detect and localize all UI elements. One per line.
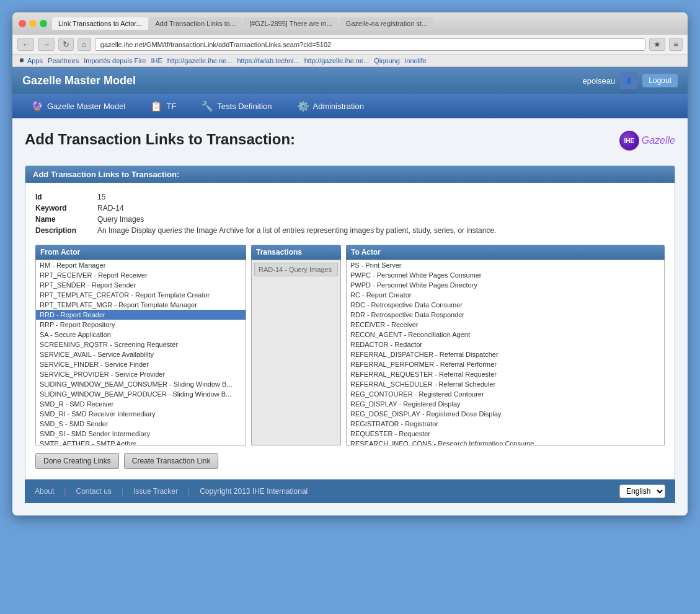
home-button[interactable]: ⌂ (78, 38, 91, 51)
settings-button[interactable]: ≡ (669, 38, 683, 51)
list-item[interactable]: SMD_SI - SMD Sender Intermediary (36, 429, 246, 439)
list-item[interactable]: RPT_SENDER - Report Sender (36, 280, 246, 290)
list-item[interactable]: RESEARCH_INFO_CONS - Research Informatio… (347, 439, 664, 445)
list-item[interactable]: RRP - Report Repository (36, 320, 246, 330)
browser-window: Link Transactions to Actor... Add Transa… (12, 12, 688, 515)
nav-item-tests[interactable]: 🔧 Tests Definition (188, 94, 284, 118)
logout-button[interactable]: Logout (642, 74, 678, 87)
bookmark-innolife[interactable]: innolife (405, 57, 427, 64)
issue-tracker-link[interactable]: Issue Tracker (133, 487, 178, 496)
apps-icon: ◾ (17, 56, 26, 64)
maximize-button[interactable] (40, 20, 47, 27)
list-item[interactable]: RDC - Retrospective Data Consumer (347, 300, 664, 310)
gazelle-logo: IHE Gazelle (619, 131, 675, 151)
tab-0[interactable]: Link Transactions to Actor... (52, 17, 148, 30)
avatar: 👤 (620, 72, 637, 89)
create-transaction-link-button[interactable]: Create Transaction Link (124, 453, 219, 469)
list-item[interactable]: REFERRAL_REQUESTER - Referral Requester (347, 369, 664, 379)
list-item[interactable]: SMD_S - SMD Sender (36, 419, 246, 429)
nav-item-gmm[interactable]: 🔮 Gazelle Master Model (19, 94, 138, 118)
columns-layout: From Actor RM - Report Manager RPT_RECEI… (35, 245, 665, 445)
from-actor-listbox[interactable]: RM - Report Manager RPT_RECEIVER - Repor… (35, 260, 246, 445)
about-link[interactable]: About (35, 487, 54, 496)
tab-1[interactable]: Add Transaction Links to... (149, 17, 242, 30)
bookmark-pearltrees[interactable]: Pearltrees (48, 57, 79, 64)
list-item[interactable]: REGISTRATOR - Registrator (347, 419, 664, 429)
list-item[interactable]: REG_DISPLAY - Registered Display (347, 399, 664, 409)
bookmark-apps[interactable]: ◾ Apps (17, 56, 43, 64)
list-item[interactable]: RDR - Retrospective Data Responder (347, 310, 664, 320)
nav-tf-label: TF (166, 102, 176, 111)
list-item[interactable]: SMTP_AETHER - SMTP Aether (36, 439, 246, 445)
list-item[interactable]: SA - Secure Application (36, 330, 246, 340)
logo-text: Gazelle (642, 135, 675, 146)
contact-link[interactable]: Contact us (76, 487, 111, 496)
nav-item-admin[interactable]: ⚙️ Administration (285, 94, 376, 118)
list-item[interactable]: RECON_AGENT - Reconciliation Agent (347, 330, 664, 340)
list-item[interactable]: REG_DOSE_DISPLAY - Registered Dose Displ… (347, 409, 664, 419)
language-select[interactable]: English (619, 485, 665, 498)
list-item[interactable]: RC - Report Creator (347, 290, 664, 300)
back-button[interactable]: ← (17, 38, 34, 51)
bookmark-qiqoung[interactable]: Qiqoung (374, 57, 400, 64)
list-item[interactable]: REG_CONTOURER - Registered Contourer (347, 389, 664, 399)
tab-2[interactable]: [#GZL-2895] There are m... (243, 17, 339, 30)
tests-icon: 🔧 (201, 100, 213, 112)
bookmark-twlab[interactable]: https://twlab.techni... (237, 57, 299, 64)
list-item[interactable]: SMD_RI - SMD Receiver Intermediary (36, 409, 246, 419)
from-actor-header: From Actor (35, 245, 246, 260)
tab-3[interactable]: Gazelle-na registration st... (340, 17, 433, 30)
minimize-button[interactable] (29, 20, 37, 27)
list-item[interactable]: SCREENING_RQSTR - Screening Requester (36, 340, 246, 349)
list-item[interactable]: RM - Report Manager (36, 260, 246, 270)
keyword-value: RAD-14 (97, 204, 124, 213)
list-item[interactable]: PS - Print Server (347, 260, 664, 270)
list-item-selected[interactable]: RRD - Report Reader (36, 310, 246, 320)
name-value: Query Images (97, 215, 144, 224)
close-button[interactable] (19, 20, 26, 27)
list-item[interactable]: SERVICE_AVAIL - Service Availability (36, 349, 246, 359)
copyright-text: Copyright 2013 IHE International (200, 487, 308, 496)
bookmark-gazelle1[interactable]: http://gazelle.ihe.ne... (167, 57, 233, 64)
list-item[interactable]: SERVICE_FINDER - Service Finder (36, 359, 246, 369)
name-row: Name Query Images (35, 215, 665, 224)
list-item[interactable]: RPT_TEMPLATE_CREATOR - Report Template C… (36, 290, 246, 300)
nav-item-tf[interactable]: 📋 TF (138, 94, 188, 118)
list-item[interactable]: RPT_TEMPLATE_MGR - Report Template Manag… (36, 300, 246, 310)
app-footer: About | Contact us | Issue Tracker | Cop… (25, 480, 675, 503)
bookmark-importe[interactable]: Importés depuis Fire (84, 57, 146, 64)
refresh-button[interactable]: ↻ (58, 38, 74, 51)
bookmark-ihe[interactable]: IHE (151, 57, 162, 64)
list-item[interactable]: SERVICE_PROVIDER - Service Provider (36, 369, 246, 379)
list-item[interactable]: RPT_RECEIVER - Report Receiver (36, 270, 246, 280)
list-item[interactable]: SMD_R - SMD Receiver (36, 399, 246, 409)
main-card: Add Transaction Links to Transaction: Id… (25, 165, 675, 480)
bookmark-gazelle2[interactable]: http://gazelle.ihe.ne... (304, 57, 370, 64)
list-item[interactable]: SLIDING_WINDOW_BEAM_PRODUCER - Sliding W… (36, 389, 246, 399)
page-content: Add Transaction Links to Transaction: IH… (12, 118, 688, 515)
keyword-label: Keyword (35, 204, 97, 213)
list-item[interactable]: SLIDING_WINDOW_BEAM_CONSUMER - Sliding W… (36, 379, 246, 389)
list-item[interactable]: REQUESTER - Requester (347, 429, 664, 439)
keyword-row: Keyword RAD-14 (35, 204, 665, 213)
list-item[interactable]: RECEIVER - Receiver (347, 320, 664, 330)
bookmark-button[interactable]: ★ (649, 38, 665, 51)
list-item[interactable]: REFERRAL_DISPATCHER - Referral Dispatche… (347, 349, 664, 359)
transaction-item[interactable]: RAD-14 - Query Images (254, 263, 338, 276)
forward-button[interactable]: → (38, 38, 55, 51)
list-item[interactable]: REDACTOR - Redactor (347, 340, 664, 349)
app-title: Gazelle Master Model (22, 74, 136, 87)
list-item[interactable]: REFERRAL_PERFORMER - Referral Performer (347, 359, 664, 369)
bookmarks-bar: ◾ Apps Pearltrees Importés depuis Fire I… (12, 55, 688, 67)
url-bar[interactable] (95, 38, 646, 51)
transactions-listbox[interactable]: RAD-14 - Query Images (251, 260, 341, 445)
done-creating-links-button[interactable]: Done Creating Links (35, 453, 119, 469)
to-actor-listbox[interactable]: PS - Print Server PWPC - Personnel White… (346, 260, 665, 445)
list-item[interactable]: PWPD - Personnel White Pages Directory (347, 280, 664, 290)
name-label: Name (35, 215, 97, 224)
description-value: An Image Display queries the Image Archi… (97, 226, 496, 235)
list-item[interactable]: PWPC - Personnel White Pages Consumer (347, 270, 664, 280)
admin-icon: ⚙️ (297, 100, 309, 112)
app-header-right: epoiseau 👤 Logout (583, 72, 678, 89)
list-item[interactable]: REFERRAL_SCHEDULER - Referral Scheduler (347, 379, 664, 389)
